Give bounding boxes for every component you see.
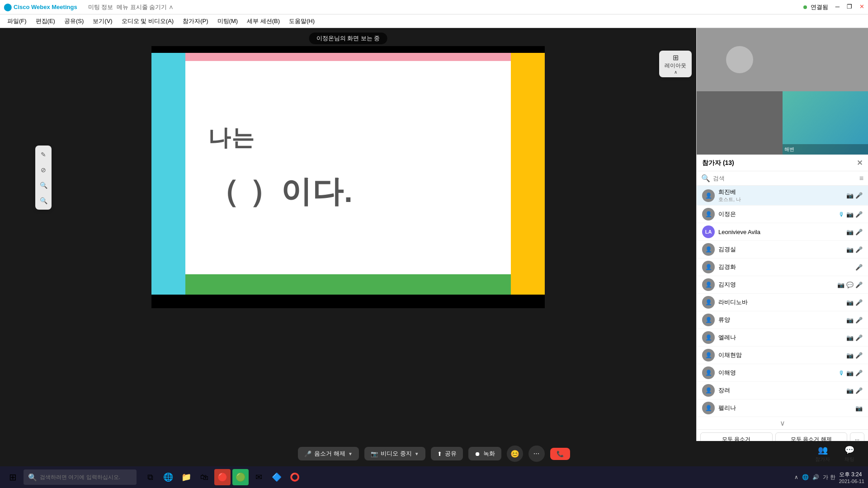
presentation-frame: 나는 （ ）이다. <box>151 46 545 308</box>
scroll-down-indicator[interactable]: ∨ <box>697 417 868 429</box>
close-btn[interactable]: ✕ <box>859 3 864 11</box>
participant-item[interactable]: 👤 김지영 📷 💬 🎤 <box>697 276 868 294</box>
participants-tab[interactable]: 👥 참가자 <box>811 443 835 465</box>
mic-icon: 🎤 <box>855 387 863 394</box>
mic-on-icon: 🎤 <box>855 211 863 218</box>
chat-tab[interactable]: 💬 채팅 <box>840 443 859 465</box>
minimize-btn[interactable]: ─ <box>835 3 840 11</box>
participant-item[interactable]: 👤 펠리나 📷 <box>697 399 868 417</box>
slide-right-bar <box>511 53 545 295</box>
video-icon: 📷 <box>846 299 854 306</box>
video-button[interactable]: 📷 비디오 중지 ▼ <box>364 447 425 460</box>
layout-button[interactable]: ⊞ 레이아웃 ∧ <box>659 51 692 77</box>
bottom-toolbar: 🎤 음소거 해제 ▼ 📷 비디오 중지 ▼ ⬆ 공유 ⏺ 녹화 😊 ··· 📞 <box>0 441 868 466</box>
annotation-zoom-out-tool[interactable]: 🔍 <box>37 194 50 207</box>
video-icon: 📷 <box>846 370 854 376</box>
hide-menu-btn[interactable]: 메뉴 표시줄 숨기기 ∧ <box>117 3 174 11</box>
mic-muted-icon: 🎤 <box>304 450 311 457</box>
participant-icons: 📷 🎤 <box>846 192 863 199</box>
participant-item[interactable]: 👤 장려 📷 🎤 <box>697 382 868 399</box>
more-button[interactable]: ··· <box>528 446 545 462</box>
taskbar-search-input[interactable] <box>40 474 132 480</box>
taskbar-app-red[interactable]: 🔴 <box>214 469 231 485</box>
slide-top-bar <box>151 53 545 61</box>
menu-view[interactable]: 보기(V) <box>89 16 116 26</box>
mic-caret[interactable]: ▼ <box>348 451 353 456</box>
menu-file[interactable]: 파일(F) <box>4 16 30 26</box>
participant-icons: 📷 🎤 <box>846 299 863 306</box>
menu-breakout[interactable]: 세부 세션(B) <box>243 16 283 26</box>
participant-icons: 📷 🎤 <box>846 352 863 359</box>
emoji-icon: 😊 <box>510 450 519 458</box>
participant-item[interactable]: 👤 라비디노바 📷 🎤 <box>697 294 868 311</box>
taskbar-app-store[interactable]: 🛍 <box>196 469 212 485</box>
screen-share-label: 이정온님의 화면 보는 중 <box>309 33 387 44</box>
list-view-icon[interactable]: ≡ <box>859 174 863 183</box>
participant-list: 참가자 (13) ✕ 🔍 ≡ 👤 희진베 호스트, 나 📷 🎤 <box>697 155 868 449</box>
taskbar-app-explorer[interactable]: 📁 <box>178 469 194 485</box>
participant-item[interactable]: 👤 김경화 🎤 <box>697 258 868 276</box>
menu-audio-video[interactable]: 오디오 및 비디오(A) <box>118 16 178 26</box>
video-icon: 📷 <box>837 282 844 288</box>
participant-item[interactable]: 👤 희진베 호스트, 나 📷 🎤 <box>697 186 868 206</box>
video-grid: 해변 <box>697 28 868 155</box>
annotation-pen-tool[interactable]: ✎ <box>37 148 50 161</box>
start-button[interactable]: ⊞ <box>4 468 22 486</box>
participant-icons: 📷 🎤 <box>846 317 863 324</box>
taskbar-sys-expand[interactable]: ∧ <box>794 474 798 480</box>
participant-name: 희진베 호스트, 나 <box>718 188 843 203</box>
search-input[interactable] <box>713 175 857 182</box>
restore-btn[interactable]: ❐ <box>847 3 852 11</box>
participant-name: 김지영 <box>718 281 834 289</box>
taskbar-app-taskview[interactable]: ⧉ <box>142 469 158 485</box>
taskbar-app-circle[interactable]: ⭕ <box>287 469 303 485</box>
taskbar-app-green[interactable]: 🟢 <box>232 469 249 485</box>
avatar: 👤 <box>702 314 715 326</box>
annotation-zoom-in-tool[interactable]: 🔍 <box>37 179 50 192</box>
webex-logo: ⬤ Cisco Webex Meetings <box>4 3 77 11</box>
share-button[interactable]: ⬆ 공유 <box>431 447 463 460</box>
video-icon: 📷 <box>846 317 854 324</box>
participant-item[interactable]: LA Leonivieve Avila 📷 🎤 <box>697 223 868 241</box>
emoji-button[interactable]: 😊 <box>507 446 523 462</box>
menu-participants[interactable]: 참가자(P) <box>179 16 212 26</box>
participant-item[interactable]: 👤 이해영 🎙 📷 🎤 <box>697 364 868 382</box>
video-stop-icon: 📷 <box>371 450 378 457</box>
taskbar-app-ie[interactable]: 🔷 <box>269 469 285 485</box>
annotation-erase-tool[interactable]: ⊘ <box>37 164 50 176</box>
mic-icon: 🎤 <box>855 334 863 341</box>
video-icon: 📷 <box>846 334 854 341</box>
mic-button[interactable]: 🎤 음소거 해제 ▼ <box>298 447 359 460</box>
title-bar: ⬤ Cisco Webex Meetings 미팅 정보 메뉴 표시줄 숨기기 … <box>0 0 868 14</box>
meeting-info-btn[interactable]: 미팅 정보 <box>88 3 113 11</box>
participant-item[interactable]: 👤 엘레나 📷 🎤 <box>697 329 868 347</box>
menu-share[interactable]: 공유(S) <box>61 16 87 26</box>
participant-item[interactable]: 👤 이정은 🎙 📷 🎤 <box>697 206 868 223</box>
avatar: 👤 <box>702 366 715 379</box>
participant-icons: 📷 🎤 <box>846 334 863 341</box>
mic-icon: 🎤 <box>855 192 863 199</box>
taskbar-app-edge[interactable]: 🌐 <box>160 469 176 485</box>
menu-meeting[interactable]: 미팅(M) <box>214 16 242 26</box>
video-caret[interactable]: ▼ <box>415 451 419 456</box>
end-meeting-button[interactable]: 📞 <box>550 448 570 460</box>
mic-icon: 🎤 <box>855 299 863 306</box>
participant-item[interactable]: 👤 이채현맘 📷 🎤 <box>697 347 868 364</box>
record-button[interactable]: ⏺ 녹화 <box>468 447 501 460</box>
participant-panel-close[interactable]: ✕ <box>857 159 863 167</box>
participant-item[interactable]: 👤 김경실 📷 🎤 <box>697 241 868 258</box>
avatar: LA <box>702 225 715 238</box>
participant-icons: 📷 🎤 <box>846 387 863 394</box>
participant-count-label: 참가자 (13) <box>702 159 734 167</box>
participant-item[interactable]: 👤 류양 📷 🎤 <box>697 311 868 329</box>
menu-help[interactable]: 도움말(H) <box>285 16 318 26</box>
taskbar-search[interactable]: 🔍 <box>24 469 137 485</box>
bottom-right-toolbar: 👥 참가자 💬 채팅 <box>811 441 859 466</box>
taskbar-search-icon: 🔍 <box>28 473 37 482</box>
video-icon: 📷 <box>846 211 854 218</box>
participant-name: 이정은 <box>718 210 835 218</box>
record-icon: ⏺ <box>475 450 481 457</box>
taskbar-clock: 오후 3:24 2021-06-11 <box>839 471 864 484</box>
taskbar-app-mail[interactable]: ✉ <box>250 469 267 485</box>
menu-edit[interactable]: 편집(E) <box>32 16 59 26</box>
